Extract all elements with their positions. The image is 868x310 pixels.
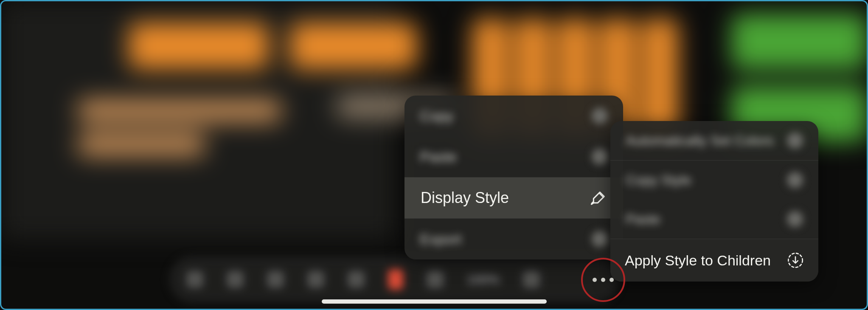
menu-item-label: Paste <box>626 211 660 227</box>
menu-item-export[interactable]: Export <box>405 219 623 259</box>
submenu-item-auto-colors[interactable]: Automatically Set Colors <box>610 121 818 160</box>
bottom-toolbar: 100% <box>169 256 619 303</box>
paste-icon <box>592 149 608 165</box>
more-button[interactable] <box>581 258 625 302</box>
menu-item-label: Paste <box>420 149 457 165</box>
tool-icon-1[interactable] <box>186 271 203 288</box>
menu-item-display-style[interactable]: Display Style <box>405 178 623 218</box>
tool-icon-3[interactable] <box>267 271 284 288</box>
copy-icon <box>592 108 608 124</box>
menu-item-copy[interactable]: Copy <box>405 96 623 136</box>
zoom-in-icon[interactable] <box>523 271 540 288</box>
zoom-level[interactable]: 100% <box>467 272 500 287</box>
display-style-submenu: Automatically Set Colors Copy Style Past… <box>610 121 818 282</box>
app-window: 100% Copy Paste Display Style <box>0 0 868 310</box>
menu-item-label: Export <box>420 231 461 248</box>
home-indicator[interactable] <box>322 299 547 304</box>
tool-icon-4[interactable] <box>307 271 324 288</box>
submenu-item-copy-style[interactable]: Copy Style <box>610 161 818 200</box>
menu-item-label: Copy <box>420 108 453 124</box>
menu-item-label: Copy Style <box>626 172 691 188</box>
record-icon[interactable] <box>388 269 403 290</box>
context-menu: Copy Paste Display Style Export <box>405 96 623 259</box>
export-icon <box>592 231 608 247</box>
tool-icon-5[interactable] <box>348 271 365 288</box>
menu-item-label: Display Style <box>421 189 509 207</box>
menu-item-label: Apply Style to Children <box>625 252 771 269</box>
copy-icon <box>787 172 803 188</box>
submenu-item-paste-style[interactable]: Paste <box>610 200 818 239</box>
menu-item-paste[interactable]: Paste <box>405 136 623 177</box>
submenu-item-apply-children[interactable]: Apply Style to Children <box>610 239 818 282</box>
paintbrush-icon <box>590 189 607 206</box>
more-icon <box>593 278 614 282</box>
apply-down-icon <box>787 252 804 269</box>
wand-icon <box>787 132 803 149</box>
paste-icon <box>787 211 803 227</box>
tool-icon-2[interactable] <box>227 271 244 288</box>
menu-item-label: Automatically Set Colors <box>626 133 774 149</box>
zoom-out-icon[interactable] <box>427 271 444 288</box>
